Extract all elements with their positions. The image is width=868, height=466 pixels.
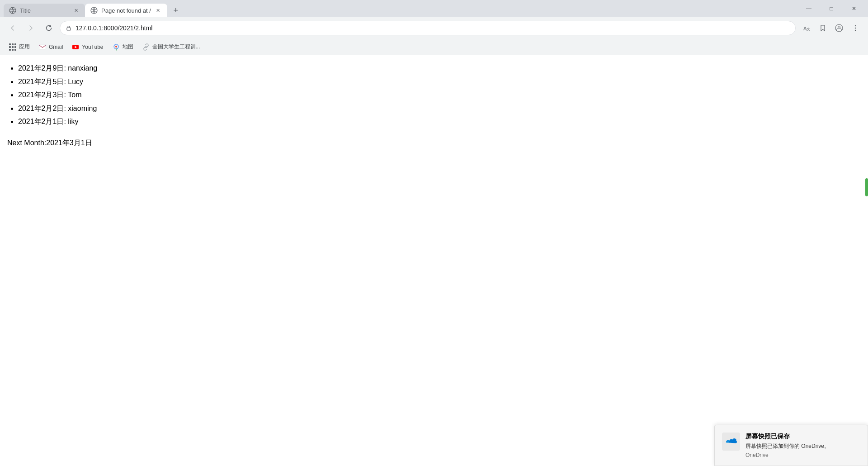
svg-point-3 — [91, 7, 97, 14]
bookmarks-bar: 应用 Gmail YouTube — [0, 39, 868, 55]
list-item: 2021年2月9日: nanxiang — [18, 62, 861, 74]
forward-button[interactable] — [24, 21, 38, 35]
tab-title[interactable]: Title ✕ — [4, 4, 85, 17]
svg-rect-14 — [39, 45, 46, 49]
onedrive-text: 屏幕快照已保存 屏幕快照已添加到你的 OneDrive。 OneDrive — [745, 433, 860, 458]
bookmark-button[interactable] — [816, 21, 830, 35]
window-controls: — □ ✕ — [798, 4, 868, 17]
tab-title-label: Title — [20, 7, 69, 14]
globe-icon — [9, 7, 16, 14]
lock-icon — [66, 25, 72, 31]
svg-point-11 — [855, 25, 856, 26]
forward-icon — [27, 24, 34, 32]
bookmark-maps-label: 地图 — [123, 43, 133, 51]
tab-page-not-found[interactable]: Page not found at / ✕ — [85, 4, 167, 17]
onedrive-icon — [722, 433, 740, 451]
title-bar: Title ✕ Page not found at / ✕ + — □ ✕ — [0, 0, 868, 17]
back-icon — [9, 24, 16, 32]
address-bar-actions: A 文 — [799, 21, 863, 35]
bookmark-engineering[interactable]: 全国大学生工程训... — [139, 41, 204, 52]
list-item: 2021年2月1日: liky — [18, 116, 861, 128]
date-list: 2021年2月9日: nanxiang 2021年2月5日: Lucy 2021… — [18, 62, 861, 128]
close-button[interactable]: ✕ — [844, 2, 864, 15]
reload-icon — [45, 24, 52, 32]
next-month: Next Month:2021年3月1日 — [7, 138, 861, 148]
onedrive-logo — [725, 437, 737, 446]
tab-page-not-found-label: Page not found at / — [101, 7, 151, 14]
profile-icon — [835, 24, 843, 32]
minimize-button[interactable]: — — [798, 2, 819, 15]
bookmark-maps[interactable]: 地图 — [109, 41, 137, 52]
url-text: 127.0.0.1:8000/2021/2.html — [75, 24, 790, 32]
apps-icon — [9, 43, 16, 51]
bookmark-engineering-label: 全国大学生工程训... — [152, 43, 200, 51]
tab-page-not-found-close[interactable]: ✕ — [155, 7, 162, 14]
menu-icon — [852, 24, 859, 32]
onedrive-desc: 屏幕快照已添加到你的 OneDrive。 — [745, 442, 860, 450]
svg-text:文: 文 — [807, 27, 810, 31]
link-icon — [142, 43, 150, 51]
svg-point-13 — [855, 30, 856, 31]
svg-rect-6 — [67, 28, 71, 30]
youtube-icon — [72, 43, 79, 51]
browser-window: Title ✕ Page not found at / ✕ + — □ ✕ — [0, 0, 868, 466]
bookmark-apps-label: 应用 — [19, 43, 30, 51]
back-button[interactable] — [5, 21, 20, 35]
menu-button[interactable] — [848, 21, 863, 35]
scrollbar-track[interactable] — [864, 55, 868, 466]
list-item: 2021年2月5日: Lucy — [18, 76, 861, 88]
next-month-value: 2021年3月1日 — [46, 139, 92, 147]
maps-icon — [113, 43, 120, 51]
tab-title-close[interactable]: ✕ — [72, 7, 80, 14]
bookmark-youtube-label: YouTube — [82, 44, 103, 50]
svg-point-12 — [855, 28, 856, 29]
maximize-button[interactable]: □ — [821, 2, 842, 15]
onedrive-title: 屏幕快照已保存 — [745, 433, 860, 441]
bookmark-gmail[interactable]: Gmail — [35, 42, 66, 52]
profile-button[interactable] — [832, 21, 846, 35]
scrollbar-thumb[interactable] — [865, 178, 868, 196]
reload-button[interactable] — [42, 21, 56, 35]
translate-icon: A 文 — [802, 24, 811, 32]
svg-point-0 — [9, 7, 16, 14]
onedrive-source: OneDrive — [745, 452, 860, 458]
svg-point-18 — [115, 46, 117, 48]
bookmark-apps[interactable]: 应用 — [5, 41, 33, 52]
translate-button[interactable]: A 文 — [799, 21, 814, 35]
globe-icon-2 — [90, 7, 98, 14]
next-month-label: Next Month: — [7, 139, 46, 147]
list-item: 2021年2月2日: xiaoming — [18, 103, 861, 114]
url-bar[interactable]: 127.0.0.1:8000/2021/2.html — [60, 21, 796, 35]
bookmark-youtube[interactable]: YouTube — [68, 42, 107, 52]
list-item: 2021年2月3日: Tom — [18, 89, 861, 101]
onedrive-notification: 屏幕快照已保存 屏幕快照已添加到你的 OneDrive。 OneDrive — [714, 425, 868, 466]
bookmark-gmail-label: Gmail — [49, 44, 63, 50]
page-content: 2021年2月9日: nanxiang 2021年2月5日: Lucy 2021… — [0, 55, 868, 466]
gmail-icon — [39, 43, 46, 51]
new-tab-button[interactable]: + — [169, 4, 183, 17]
address-bar: 127.0.0.1:8000/2021/2.html A 文 — [0, 17, 868, 39]
bookmark-icon — [819, 24, 826, 32]
